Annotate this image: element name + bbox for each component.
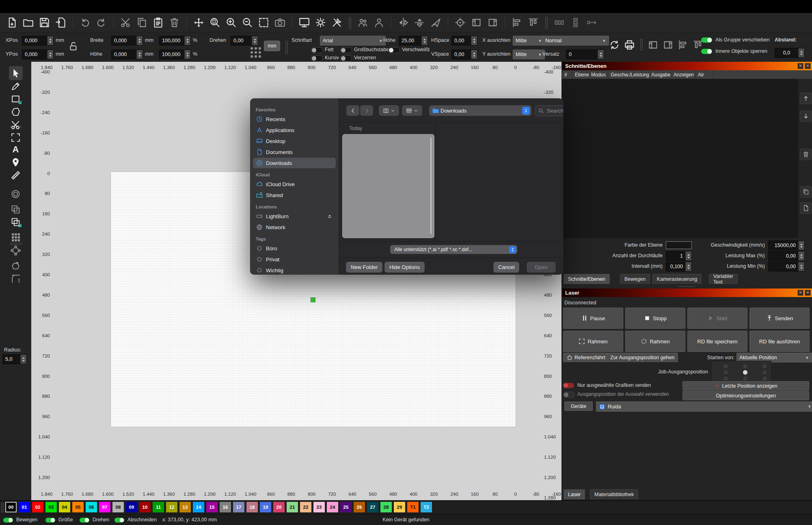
zoom-out-icon[interactable]	[242, 17, 253, 28]
toolbar-drag-handle[interactable]	[640, 39, 643, 51]
mirror-icon[interactable]	[430, 17, 441, 28]
weld-toggle[interactable]	[388, 47, 400, 53]
pause-button[interactable]: Pause	[563, 308, 623, 329]
focus-position-icon[interactable]	[455, 17, 466, 28]
radius-stepper[interactable]	[20, 355, 26, 364]
job-origin-radio[interactable]	[743, 370, 748, 375]
layer-column-air[interactable]: Air	[695, 70, 713, 79]
new-file-icon[interactable]	[6, 17, 17, 28]
palette-chip-05[interactable]: 05	[72, 502, 84, 512]
anchor-grid-icon[interactable]	[248, 46, 264, 59]
flip-vertical-icon[interactable]	[398, 17, 409, 28]
align-horizontal-icon[interactable]	[512, 17, 523, 28]
height-stepper[interactable]	[136, 50, 143, 59]
sidebar-item-wichtig[interactable]: Wichtig	[253, 265, 336, 275]
optimization-settings-button[interactable]: Optimierungseinstellungen	[682, 391, 809, 400]
layer-column-[interactable]: #	[562, 70, 572, 79]
palette-chip-T1[interactable]: T1	[407, 502, 419, 512]
layer-column-modus[interactable]: Modus	[589, 70, 608, 79]
palette-chip-26[interactable]: 26	[354, 502, 365, 512]
group-by-button[interactable]	[402, 105, 422, 116]
cancel-button[interactable]: Cancel	[493, 262, 519, 273]
palette-chip-07[interactable]: 07	[99, 502, 110, 512]
sidebar-item-documents[interactable]: Documents	[253, 147, 336, 157]
distance-stepper[interactable]	[798, 48, 804, 57]
x-align-select[interactable]: Mitte▼	[513, 36, 545, 46]
offset-stepper[interactable]	[598, 50, 604, 59]
palette-chip-19[interactable]: 19	[260, 502, 271, 512]
file-browser-column[interactable]	[342, 134, 434, 238]
font-height-input[interactable]: 25,00	[399, 36, 428, 46]
palette-chip-27[interactable]: 27	[367, 502, 378, 512]
layer-column-anzeigen[interactable]: Anzeigen	[671, 70, 695, 79]
boolean-difference-tool-icon[interactable]	[9, 216, 23, 228]
job-origin-radio[interactable]	[723, 364, 728, 369]
circular-array-tool-icon[interactable]	[9, 244, 23, 256]
sidebar-item-icloud-drive[interactable]: iCloud Drive	[253, 179, 336, 189]
layer-column-ebene[interactable]: Ebene	[572, 70, 589, 79]
ypos-input[interactable]: 0,000	[22, 50, 54, 59]
redo-icon[interactable]	[96, 17, 107, 28]
group-icon[interactable]	[357, 17, 368, 28]
units-button[interactable]: mm	[264, 41, 280, 51]
layer-column-ausgabe[interactable]: Ausgabe	[649, 70, 671, 79]
delete-icon[interactable]	[169, 17, 180, 28]
devices-button[interactable]: Geräte	[564, 401, 593, 411]
rotate-input[interactable]: 0,00	[231, 36, 258, 46]
font-select[interactable]: Arial▼	[320, 36, 386, 46]
job-origin-radio[interactable]	[762, 364, 767, 369]
text-style-select[interactable]: Normal▼	[542, 36, 609, 46]
frame-selection-icon[interactable]	[258, 17, 269, 28]
job-origin-radio[interactable]	[762, 376, 767, 381]
align-vertical-icon[interactable]	[528, 17, 539, 28]
sidebar-item-recents[interactable]: Recents	[253, 114, 336, 124]
align-page-left-icon[interactable]	[648, 39, 659, 50]
pan-icon[interactable]	[193, 17, 204, 28]
rectangle-tool-icon[interactable]	[9, 93, 23, 105]
vspace-input[interactable]: 0,00	[451, 50, 477, 59]
tab-materialbibliothek[interactable]: Materialbibliothek	[590, 489, 638, 499]
measure-tool-icon[interactable]	[9, 169, 23, 181]
location-select[interactable]: Downloads	[429, 105, 531, 116]
palette-chip-21[interactable]: 21	[287, 502, 298, 512]
palette-chip-16[interactable]: 16	[220, 502, 231, 512]
save-icon[interactable]	[39, 17, 50, 28]
sidebar-item-shared[interactable]: Shared	[253, 190, 336, 200]
layer-move-up-button[interactable]	[800, 93, 812, 104]
copy-icon[interactable]	[136, 17, 147, 28]
height-input[interactable]: 0,000	[111, 50, 143, 59]
boolean-union-tool-icon[interactable]	[9, 203, 23, 215]
job-origin-radio[interactable]	[723, 370, 728, 375]
italic-toggle[interactable]	[311, 55, 323, 61]
palette-chip-10[interactable]: 10	[139, 502, 151, 512]
home-button[interactable]: Referenzfahrt	[563, 353, 609, 362]
power-max-input[interactable]: 0,00	[768, 251, 805, 261]
tab-laser[interactable]: Laser	[564, 489, 585, 499]
width-input[interactable]: 0,000	[111, 36, 143, 46]
zoom-page-icon[interactable]	[209, 17, 220, 28]
dock-left-icon[interactable]	[471, 17, 482, 28]
grid-array-tool-icon[interactable]	[9, 231, 23, 243]
forward-button[interactable]	[360, 105, 373, 116]
job-origin-radio[interactable]	[743, 376, 748, 381]
palette-chip-14[interactable]: 14	[193, 502, 204, 512]
cut-icon[interactable]	[120, 17, 131, 28]
distribute-v-icon[interactable]	[570, 17, 581, 28]
power-min-stepper[interactable]	[798, 262, 804, 271]
hspace-input[interactable]: 0,00	[451, 36, 477, 46]
width-stepper[interactable]	[136, 36, 143, 45]
hspace-stepper[interactable]	[471, 36, 477, 45]
use-selection-origin-toggle[interactable]	[563, 392, 575, 398]
palette-chip-13[interactable]: 13	[179, 502, 191, 512]
sidebar-item-desktop[interactable]: Desktop	[253, 136, 336, 146]
palette-drag-handle[interactable]	[1, 502, 4, 513]
vspace-stepper[interactable]	[471, 50, 477, 59]
search-field[interactable]	[535, 105, 563, 116]
palette-chip-08[interactable]: 08	[112, 502, 124, 512]
palette-chip-03[interactable]: 03	[45, 502, 57, 512]
camera-icon[interactable]	[274, 17, 285, 28]
sync-icon[interactable]	[609, 39, 620, 50]
sidebar-item-privat[interactable]: Privat	[253, 254, 336, 265]
height-percent-stepper[interactable]	[184, 50, 190, 59]
stopp-button[interactable]: Stopp	[625, 308, 685, 329]
